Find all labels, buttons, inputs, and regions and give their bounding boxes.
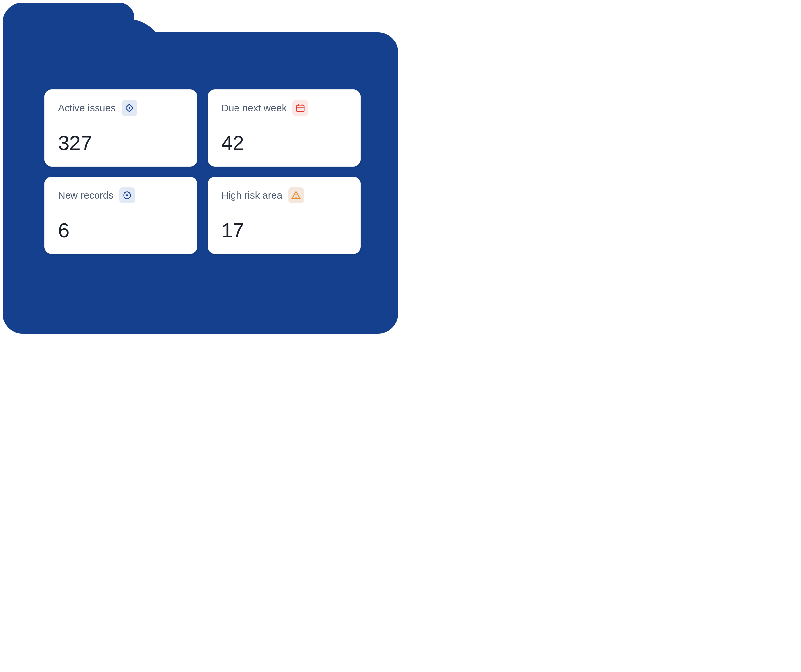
cards-grid: Active issues 327 Due next week xyxy=(45,89,361,254)
card-header: New records xyxy=(58,187,184,203)
folder-container: Active issues 327 Due next week xyxy=(3,3,398,334)
card-header: Active issues xyxy=(58,100,184,116)
card-label: High risk area xyxy=(221,190,282,201)
warning-triangle-icon xyxy=(288,187,304,203)
card-value: 42 xyxy=(221,133,347,153)
card-header: Due next week xyxy=(221,100,347,116)
card-value: 17 xyxy=(221,220,347,241)
stat-card-active-issues[interactable]: Active issues 327 xyxy=(45,89,197,167)
svg-rect-2 xyxy=(297,105,304,112)
card-value: 6 xyxy=(58,220,184,241)
card-value: 327 xyxy=(58,133,184,153)
calendar-icon xyxy=(293,100,308,116)
card-label: Active issues xyxy=(58,103,116,114)
svg-point-9 xyxy=(296,197,297,198)
svg-point-7 xyxy=(126,195,128,196)
card-label: New records xyxy=(58,190,113,201)
svg-point-1 xyxy=(129,108,130,109)
stat-card-new-records[interactable]: New records 6 xyxy=(45,177,197,254)
card-label: Due next week xyxy=(221,103,286,114)
diamond-dot-icon xyxy=(122,100,137,116)
stat-card-high-risk-area[interactable]: High risk area 17 xyxy=(208,177,361,254)
card-header: High risk area xyxy=(221,187,347,203)
circle-dot-icon xyxy=(119,187,135,203)
stat-card-due-next-week[interactable]: Due next week 42 xyxy=(208,89,361,167)
